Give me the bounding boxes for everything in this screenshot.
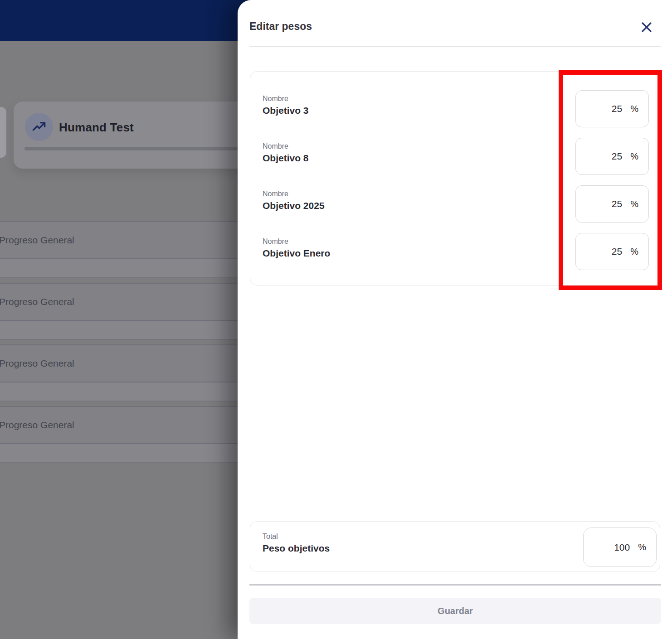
percent-unit: % <box>630 104 638 114</box>
objective-name: Objetivo 3 <box>263 105 309 116</box>
weight-input[interactable] <box>598 198 622 209</box>
total-input-box: % <box>583 528 657 567</box>
objective-name: Objetivo 2025 <box>263 200 325 211</box>
objective-row: Nombre Objetivo Enero % <box>250 233 660 281</box>
objective-row: Nombre Objetivo 3 % <box>250 90 660 138</box>
field-label: Nombre <box>263 142 288 150</box>
weight-input[interactable] <box>598 103 622 114</box>
weight-input[interactable] <box>598 151 622 162</box>
weight-input-box: % <box>575 138 649 175</box>
objective-row: Nombre Objetivo 8 % <box>250 138 660 185</box>
save-button[interactable]: Guardar <box>249 598 661 624</box>
field-label: Nombre <box>263 237 288 246</box>
field-label: Nombre <box>263 95 288 103</box>
percent-unit: % <box>630 151 638 162</box>
objective-name: Objetivo 8 <box>263 153 309 164</box>
objective-card-title: Humand Test <box>59 102 134 154</box>
progress-row-label: Progreso General <box>0 344 261 382</box>
adjacent-card-edge <box>0 107 6 158</box>
trending-up-icon <box>25 113 53 141</box>
progress-bar-row <box>0 320 261 340</box>
close-icon <box>640 21 653 34</box>
weight-input-box: % <box>575 90 649 127</box>
percent-unit: % <box>630 199 638 209</box>
progress-row-label: Progreso General <box>0 221 261 258</box>
edit-weights-drawer: Editar pesos Nombre Objetivo 3 % Nombre … <box>238 0 672 639</box>
field-label: Total <box>263 532 278 541</box>
progress-bar-row <box>0 443 261 463</box>
objective-row: Nombre Objetivo 2025 % <box>250 185 660 233</box>
objectives-weight-card: Nombre Objetivo 3 % Nombre Objetivo 8 % … <box>250 71 660 286</box>
weight-input[interactable] <box>598 246 622 257</box>
progress-row-label: Progreso General <box>0 406 261 443</box>
percent-unit: % <box>638 542 646 552</box>
footer-divider <box>249 584 661 586</box>
objective-name: Objetivo Enero <box>263 248 330 259</box>
total-weight-card: Total Peso objetivos % <box>250 521 660 572</box>
progress-bar-track <box>24 147 261 150</box>
total-weight-input[interactable] <box>605 542 630 553</box>
header-divider <box>249 46 661 47</box>
weight-input-box: % <box>575 185 649 223</box>
objective-summary-card: Humand Test <box>14 102 261 169</box>
field-label: Nombre <box>263 190 288 198</box>
percent-unit: % <box>630 247 638 257</box>
drawer-title: Editar pesos <box>249 20 312 33</box>
total-name: Peso objetivos <box>263 543 330 554</box>
progress-row-label: Progreso General <box>0 283 261 320</box>
weight-input-box: % <box>575 233 649 270</box>
progress-bar-row <box>0 258 261 278</box>
close-button[interactable] <box>638 18 656 36</box>
progress-bar-row <box>0 382 261 402</box>
